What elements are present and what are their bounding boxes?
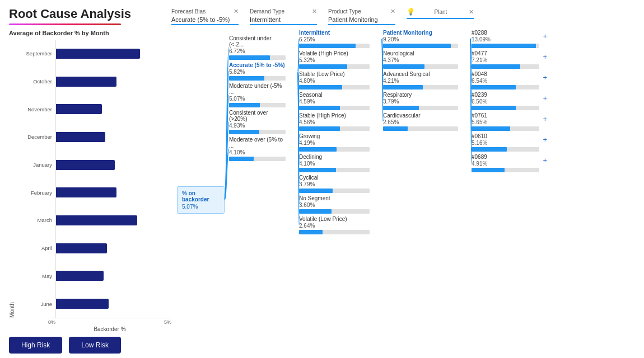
y-label-april: April	[41, 237, 52, 260]
breakdown-item[interactable]: Intermittent6.25%	[299, 30, 379, 48]
breakdown-item[interactable]: Volatile (High Price)5.32%	[299, 50, 379, 69]
item-label: Stable (High Price)	[299, 112, 370, 119]
item-label: Stable (Low Price)	[299, 71, 370, 77]
bar-row	[56, 73, 171, 90]
y-label-february: February	[31, 181, 52, 204]
bar-fill	[56, 299, 109, 309]
item-bar-container	[383, 106, 458, 110]
item-label: Advanced Surgical	[383, 71, 458, 77]
breakdown-item[interactable]: Accurate (5% to -5%)5.82%	[229, 62, 295, 81]
breakdown-item[interactable]: #06105.16%+	[472, 133, 548, 152]
demand-col: Intermittent6.25%Volatile (High Price)5.…	[295, 30, 379, 354]
breakdown-item[interactable]: No Segment3.60%	[299, 195, 379, 214]
breakdown-item[interactable]: Consistent under (<-2...6.72%	[229, 35, 295, 60]
item-value: 4.10%	[299, 161, 370, 167]
filter-product-type[interactable]: Product Type ✕ Patient Monitoring	[328, 8, 395, 25]
filter-demand-type[interactable]: Demand Type ✕ Intermittent	[250, 8, 317, 25]
item-bar-fill	[472, 85, 516, 90]
breakdown-item[interactable]: Advanced Surgical4.21%	[383, 71, 467, 90]
item-bar-container	[472, 106, 539, 110]
item-bar-container	[472, 64, 539, 69]
item-bar-fill	[299, 147, 337, 152]
breakdown-item[interactable]: Cyclical3.79%	[299, 175, 379, 193]
y-label-january: January	[33, 154, 52, 176]
item-value: 5.82%	[229, 69, 286, 75]
x-label-5pct: 5%	[164, 319, 171, 325]
low-risk-button[interactable]: Low Risk	[69, 337, 121, 354]
breakdown-item[interactable]: #02396.50%+	[472, 92, 548, 110]
breakdown-item[interactable]: Seasonal4.59%	[299, 92, 379, 110]
item-bar-fill	[383, 44, 451, 48]
breakdown-item[interactable]: Neurological4.37%	[383, 50, 467, 69]
item-label: #0048	[472, 71, 539, 77]
filter-forecast-bias[interactable]: Forecast Bias ✕ Accurate (5% to -5%)	[171, 8, 239, 25]
filter-close-demand[interactable]: ✕	[312, 8, 317, 15]
item-label: Moderate over (5% to ...	[229, 136, 286, 149]
plant-col: #028813.09%+#04777.21%+#00486.54%+#02396…	[467, 30, 548, 354]
breakdown-item[interactable]: #00486.54%+	[472, 71, 548, 90]
plus-icon[interactable]: +	[543, 115, 547, 123]
item-bar-container	[299, 126, 370, 131]
item-bar-container	[472, 85, 539, 90]
breakdown-item[interactable]: Volatile (Low Price)2.64%	[299, 216, 379, 234]
filter-close-product[interactable]: ✕	[390, 8, 395, 15]
item-bar-fill	[383, 126, 408, 131]
item-bar-fill	[299, 126, 340, 131]
plus-icon[interactable]: +	[543, 135, 547, 144]
item-value: 13.09%	[472, 36, 539, 43]
item-bar-container	[383, 64, 458, 69]
breakdown-item[interactable]: Growing4.19%	[299, 133, 379, 152]
plus-icon[interactable]: +	[543, 53, 547, 61]
item-bar-container	[299, 189, 370, 193]
item-label: #0477	[472, 50, 539, 56]
breakdown-item[interactable]: #07615.65%+	[472, 112, 548, 131]
item-bar-container	[472, 147, 539, 152]
plus-icon[interactable]: +	[543, 32, 547, 40]
breakdown-item[interactable]: Stable (Low Price)4.80%	[299, 71, 379, 90]
item-label: Declining	[299, 154, 370, 160]
filter-close-forecast[interactable]: ✕	[234, 8, 239, 15]
item-bar-container	[229, 103, 286, 107]
filter-plant[interactable]: 💡 Plant ✕	[407, 8, 474, 19]
item-value: 4.19%	[299, 140, 370, 146]
item-value: 3.79%	[299, 181, 370, 187]
item-bar-container	[299, 230, 370, 234]
breakdown-item[interactable]: Patient Monitoring9.20%	[383, 30, 467, 48]
y-label-september: September	[26, 43, 52, 65]
plus-icon[interactable]: +	[543, 73, 547, 82]
breakdown-item[interactable]: #06894.91%+	[472, 154, 548, 172]
breakdown-item[interactable]: Stable (High Price)4.56%	[299, 112, 379, 131]
breakdown-item[interactable]: Moderate over (5% to ...4.10%	[229, 136, 295, 161]
item-bar-fill	[299, 189, 333, 193]
item-value: 4.37%	[383, 57, 458, 63]
item-bar-container	[229, 130, 286, 134]
item-bar-fill	[299, 44, 356, 48]
item-bar-container	[229, 76, 286, 81]
item-bar-container	[229, 157, 286, 161]
item-value: 4.59%	[299, 98, 370, 105]
chart-title: Average of Backorder % by Month	[9, 30, 171, 36]
item-bar-container	[472, 168, 539, 172]
filter-close-plant[interactable]: ✕	[469, 8, 474, 16]
breakdown-item[interactable]: Cardiovascular2.65%	[383, 112, 467, 131]
breakdown-item[interactable]: Declining4.10%	[299, 154, 379, 172]
item-value: 3.79%	[383, 98, 458, 105]
item-label: Volatile (Low Price)	[299, 216, 370, 222]
root-node[interactable]: % on backorder5.07%	[177, 186, 225, 214]
breakdown-item[interactable]: Respiratory3.79%	[383, 92, 467, 110]
item-label: Seasonal	[299, 92, 370, 98]
item-label: No Segment	[299, 195, 370, 201]
bar-row	[56, 184, 171, 201]
bars-area	[55, 40, 171, 318]
plus-icon[interactable]: +	[543, 94, 547, 102]
filter-value-forecast: Accurate (5% to -5%)	[171, 16, 239, 23]
breakdown-item[interactable]: #04777.21%+	[472, 50, 548, 69]
high-risk-button[interactable]: High Risk	[9, 337, 62, 354]
item-bar-fill	[472, 168, 505, 172]
breakdown-item[interactable]: Consistent over (>20%)4.93%	[229, 110, 295, 134]
y-label-march: March	[38, 209, 52, 232]
breakdown-item[interactable]: Moderate under (-5% ...5.07%	[229, 83, 295, 107]
product-col: Patient Monitoring9.20%Neurological4.37%…	[379, 30, 467, 354]
plus-icon[interactable]: +	[543, 156, 547, 164]
breakdown-item[interactable]: #028813.09%+	[472, 30, 548, 48]
